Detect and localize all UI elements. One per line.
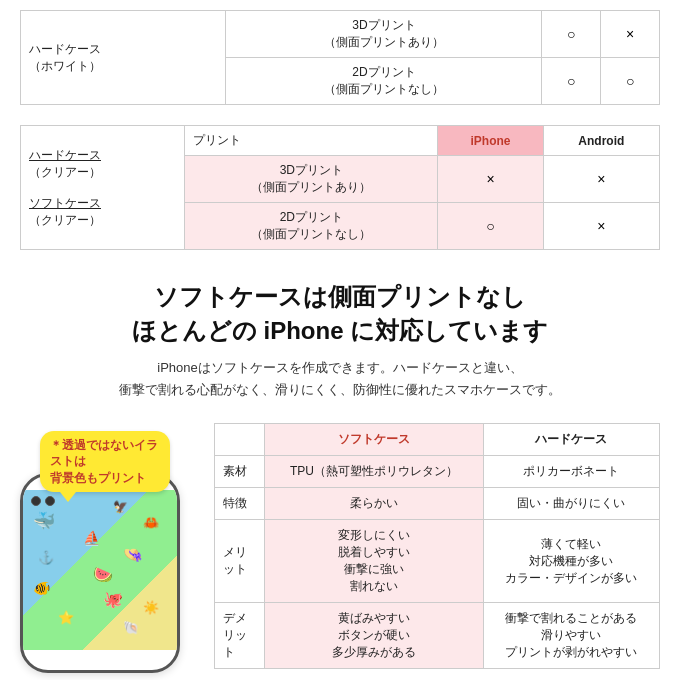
table-row-material: 素材 TPU（熱可塑性ポリウレタン） ポリカーボネート <box>215 456 660 488</box>
deco-boat: ⛵ <box>83 530 100 546</box>
top-table-section: ハードケース（ホワイト） 3Dプリント（側面プリントあり） ○ × 2Dプリント… <box>0 0 680 260</box>
iphone-cell: ○ <box>542 58 601 105</box>
deco-hat: 👒 <box>123 545 143 564</box>
deco-bird: 🦅 <box>113 500 128 514</box>
empty-header <box>215 424 265 456</box>
phone-cameras <box>31 496 55 506</box>
iphone-col-header: iPhone <box>438 126 543 156</box>
table-row-demerit: デメリット 黄ばみやすいボタンが硬い多少厚みがある 衝撃で割れることがある滑りや… <box>215 603 660 669</box>
headline-line1: ソフトケースは側面プリントなし <box>154 283 526 310</box>
deco-whale: 🐳 <box>33 510 55 532</box>
table-row-feature: 特徴 柔らかい 固い・曲がりにくい <box>215 488 660 520</box>
deco-octopus: 🐙 <box>103 590 123 609</box>
hard-case-header: ハードケース <box>483 424 659 456</box>
print-col-header: プリント <box>185 126 438 156</box>
deco-crab: 🦀 <box>143 515 159 530</box>
table-gap <box>20 105 660 125</box>
row-group-label-white: ハードケース（ホワイト） <box>21 11 226 105</box>
headline-line2: ほとんどの iPhone に対応しています <box>132 317 548 344</box>
deco-shell: 🐚 <box>123 620 139 635</box>
header-row: ハードケース（クリアー） ソフトケース（クリアー） プリント iPhone An… <box>21 126 660 156</box>
table-row: ハードケース（ホワイト） 3Dプリント（側面プリントあり） ○ × <box>21 11 660 58</box>
soft-merit: 変形しにくい脱着しやすい衝撃に強い割れない <box>265 520 484 603</box>
soft-clear-label: ソフトケース（クリアー） <box>29 196 101 227</box>
phone-screen: 🐳 ⛵ 🦅 ⚓ 🍉 🐠 🐙 👒 🦀 ⭐ 🐚 ☀️ <box>23 490 177 650</box>
table-header-row: ソフトケース ハードケース <box>215 424 660 456</box>
demerit-label: デメリット <box>215 603 265 669</box>
top-comparison-table: ハードケース（ホワイト） 3Dプリント（側面プリントあり） ○ × 2Dプリント… <box>20 10 660 105</box>
soft-feature: 柔らかい <box>265 488 484 520</box>
android-cell: × <box>543 156 659 203</box>
camera-dot-2 <box>45 496 55 506</box>
bottom-comparison-table-top: ハードケース（クリアー） ソフトケース（クリアー） プリント iPhone An… <box>20 125 660 250</box>
deco-anchor: ⚓ <box>38 550 54 565</box>
deco-watermelon: 🍉 <box>93 565 113 584</box>
print-type-cell: 2Dプリント（側面プリントなし） <box>226 58 542 105</box>
bottom-section: ＊透過ではないイラストは 背景色もプリント 🐳 ⛵ 🦅 ⚓ 🍉 🐠 🐙 👒 🦀 <box>0 413 680 680</box>
headline-body: iPhoneはソフトケースを作成できます。ハードケースと違い、 衝撃で割れる心配… <box>30 357 650 401</box>
bottom-table-wrap: ソフトケース ハードケース 素材 TPU（熱可塑性ポリウレタン） ポリカーボネー… <box>214 423 660 669</box>
speech-bubble-line1: ＊透過ではないイラストは <box>50 439 158 467</box>
hard-feature: 固い・曲がりにくい <box>483 488 659 520</box>
soft-demerit: 黄ばみやすいボタンが硬い多少厚みがある <box>265 603 484 669</box>
headline-section: ソフトケースは側面プリントなし ほとんどの iPhone に対応しています iP… <box>0 260 680 413</box>
iphone-cell: × <box>438 156 543 203</box>
soft-hard-comparison-table: ソフトケース ハードケース 素材 TPU（熱可塑性ポリウレタン） ポリカーボネー… <box>214 423 660 669</box>
soft-case-header: ソフトケース <box>265 424 484 456</box>
hard-demerit: 衝撃で割れることがある滑りやすいプリントが剥がれやすい <box>483 603 659 669</box>
hard-clear-label: ハードケース（クリアー） <box>29 148 101 179</box>
android-cell: ○ <box>601 58 660 105</box>
deco-starfish: ⭐ <box>58 610 74 625</box>
speech-bubble: ＊透過ではないイラストは 背景色もプリント <box>40 431 170 491</box>
phone-frame: 🐳 ⛵ 🦅 ⚓ 🍉 🐠 🐙 👒 🦀 ⭐ 🐚 ☀️ <box>20 473 180 673</box>
print-type-cell: 3Dプリント（側面プリントあり） <box>226 11 542 58</box>
android-cell: × <box>543 203 659 250</box>
print-type-cell: 3Dプリント（側面プリントあり） <box>185 156 438 203</box>
android-col-header: Android <box>543 126 659 156</box>
iphone-cell: ○ <box>542 11 601 58</box>
camera-dot-1 <box>31 496 41 506</box>
feature-label: 特徴 <box>215 488 265 520</box>
hard-merit: 薄くて軽い対応機種が多いカラー・デザインが多い <box>483 520 659 603</box>
print-type-cell: 2Dプリント（側面プリントなし） <box>185 203 438 250</box>
merit-label: メリット <box>215 520 265 603</box>
material-label: 素材 <box>215 456 265 488</box>
iphone-cell: ○ <box>438 203 543 250</box>
deco-fish: 🐠 <box>33 580 50 596</box>
speech-bubble-line2: 背景色もプリント <box>50 472 146 484</box>
hard-material: ポリカーボネート <box>483 456 659 488</box>
soft-material: TPU（熱可塑性ポリウレタン） <box>265 456 484 488</box>
deco-sun: ☀️ <box>143 600 159 615</box>
table-row-merit: メリット 変形しにくい脱着しやすい衝撃に強い割れない 薄くて軽い対応機種が多いカ… <box>215 520 660 603</box>
headline-main: ソフトケースは側面プリントなし ほとんどの iPhone に対応しています <box>30 280 650 347</box>
android-cell: × <box>601 11 660 58</box>
row-group-label-clear: ハードケース（クリアー） ソフトケース（クリアー） <box>21 126 185 250</box>
phone-illustration-container: ＊透過ではないイラストは 背景色もプリント 🐳 ⛵ 🦅 ⚓ 🍉 🐠 🐙 👒 🦀 <box>20 423 200 673</box>
